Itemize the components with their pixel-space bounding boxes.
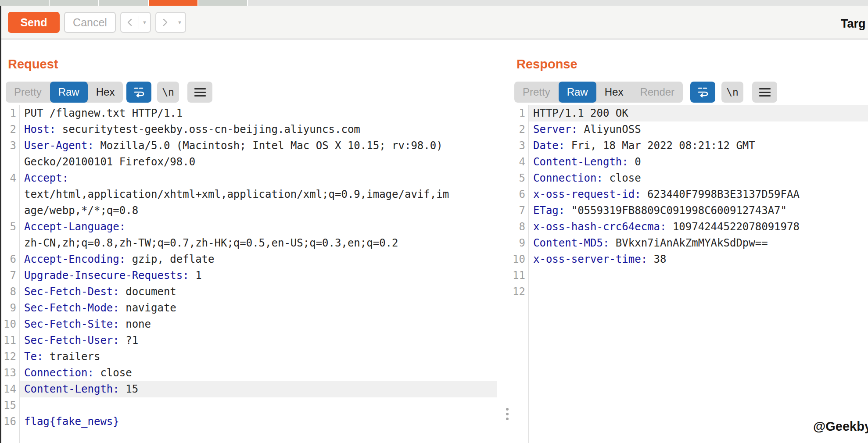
forward-chevron-icon[interactable] (156, 18, 174, 27)
code-line[interactable]: age/webp,*/*;q=0.8 (1, 203, 497, 219)
repeater-session-tab-4[interactable] (149, 0, 198, 6)
line-content[interactable]: Content-Length: 0 (528, 154, 868, 170)
line-content[interactable]: ETag: "0559319FB8809C091998C600912743A7" (528, 203, 868, 219)
tab-hex[interactable]: Hex (596, 82, 632, 103)
tab-pretty[interactable]: Pretty (514, 82, 559, 103)
tab-render[interactable]: Render (631, 82, 683, 103)
line-content[interactable]: User-Agent: Mozilla/5.0 (Macintosh; Inte… (19, 138, 497, 154)
request-editor[interactable]: 1PUT /flagnew.txt HTTP/1.12Host: securit… (1, 105, 497, 443)
code-line[interactable]: 6Accept-Encoding: gzip, deflate (1, 251, 497, 268)
back-dropdown-caret-icon[interactable]: ▼ (139, 20, 150, 25)
line-content[interactable]: age/webp,*/*;q=0.8 (19, 203, 497, 219)
code-line[interactable]: Gecko/20100101 Firefox/98.0 (1, 154, 497, 170)
repeater-session-tab-2[interactable] (50, 0, 99, 6)
line-content[interactable]: Connection: close (528, 170, 868, 186)
repeater-session-tab-1[interactable] (0, 0, 50, 6)
code-line[interactable]: 3Date: Fri, 18 Mar 2022 08:21:12 GMT (512, 138, 868, 154)
code-line[interactable]: 10x-oss-server-time: 38 (512, 251, 868, 268)
code-line[interactable]: 6x-oss-request-id: 623440F7998B3E3137D59… (512, 186, 868, 203)
repeater-session-tab-5[interactable] (198, 0, 248, 6)
line-content[interactable]: x-oss-server-time: 38 (528, 251, 868, 268)
line-content[interactable]: Date: Fri, 18 Mar 2022 08:21:12 GMT (528, 138, 868, 154)
tab-raw[interactable]: Raw (559, 82, 596, 103)
history-back-button[interactable]: ▼ (120, 12, 151, 33)
code-line[interactable]: 13Connection: close (1, 365, 497, 381)
line-content[interactable]: Connection: close (19, 365, 497, 381)
line-content[interactable]: Gecko/20100101 Firefox/98.0 (19, 154, 497, 170)
code-line[interactable]: 10Sec-Fetch-Site: none (1, 316, 497, 332)
line-content[interactable]: PUT /flagnew.txt HTTP/1.1 (19, 105, 497, 121)
line-content[interactable]: Host: securitytest-geekby.oss-cn-beijing… (19, 121, 497, 138)
line-number: 16 (1, 414, 19, 430)
code-line[interactable]: 2Host: securitytest-geekby.oss-cn-beijin… (1, 121, 497, 138)
line-content[interactable]: Content-MD5: BVkxn7iAnAkZmMYAkSdDpw== (528, 235, 868, 251)
line-content[interactable] (19, 397, 497, 414)
line-content[interactable]: HTTP/1.1 200 OK (528, 105, 868, 121)
code-line[interactable]: 1PUT /flagnew.txt HTTP/1.1 (1, 105, 497, 121)
history-forward-button[interactable]: ▼ (155, 12, 186, 33)
code-line[interactable]: 16flag{fake_news} (1, 414, 497, 430)
line-content[interactable]: Upgrade-Insecure-Requests: 1 (19, 268, 497, 284)
code-line[interactable]: 12 (512, 284, 868, 300)
code-line[interactable]: 7ETag: "0559319FB8809C091998C600912743A7… (512, 203, 868, 219)
response-editor-menu-button[interactable] (752, 82, 777, 103)
code-line[interactable]: 9Content-MD5: BVkxn7iAnAkZmMYAkSdDpw== (512, 235, 868, 251)
line-number (1, 235, 19, 251)
tab-pretty[interactable]: Pretty (6, 82, 50, 103)
line-content[interactable] (528, 284, 868, 300)
line-content[interactable]: Sec-Fetch-Site: none (19, 316, 497, 332)
response-show-newlines-button[interactable]: \n (721, 82, 743, 103)
line-number: 6 (1, 251, 19, 268)
line-content[interactable]: Sec-Fetch-Dest: document (19, 284, 497, 300)
response-wrap-lines-button[interactable] (690, 82, 715, 103)
line-content[interactable]: Server: AliyunOSS (528, 121, 868, 138)
tab-raw[interactable]: Raw (50, 82, 88, 103)
tab-hex[interactable]: Hex (88, 82, 123, 103)
code-line[interactable]: 15 (1, 397, 497, 414)
code-line[interactable]: 12Te: trailers (1, 349, 497, 365)
forward-dropdown-caret-icon[interactable]: ▼ (174, 20, 185, 25)
code-line[interactable]: zh-CN,zh;q=0.8,zh-TW;q=0.7,zh-HK;q=0.5,e… (1, 235, 497, 251)
line-content[interactable]: Accept-Encoding: gzip, deflate (19, 251, 497, 268)
code-line[interactable]: 7Upgrade-Insecure-Requests: 1 (1, 268, 497, 284)
line-content[interactable]: Accept-Language: (19, 219, 497, 235)
code-line[interactable]: 4Accept: (1, 170, 497, 186)
repeater-session-tab-3[interactable] (99, 0, 149, 6)
code-line[interactable]: 8Sec-Fetch-Dest: document (1, 284, 497, 300)
line-content[interactable]: Content-Length: 15 (19, 381, 497, 397)
request-show-newlines-button[interactable]: \n (157, 82, 179, 103)
line-content[interactable]: Sec-Fetch-User: ?1 (19, 332, 497, 349)
cancel-button[interactable]: Cancel (64, 12, 116, 33)
code-line[interactable]: 4Content-Length: 0 (512, 154, 868, 170)
text-token: 15 (119, 383, 138, 395)
code-line[interactable]: 14Content-Length: 15 (1, 381, 497, 397)
code-line[interactable]: 8x-oss-hash-crc64ecma: 10974244522078091… (512, 219, 868, 235)
line-content[interactable]: flag{fake_news} (19, 414, 497, 430)
request-editor-menu-button[interactable] (187, 82, 212, 103)
line-content[interactable]: x-oss-request-id: 623440F7998B3E3137D59F… (528, 186, 868, 203)
line-content[interactable]: x-oss-hash-crc64ecma: 109742445220780919… (528, 219, 868, 235)
line-content[interactable]: Te: trailers (19, 349, 497, 365)
line-content[interactable]: Sec-Fetch-Mode: navigate (19, 300, 497, 316)
code-line[interactable]: 1HTTP/1.1 200 OK (512, 105, 868, 121)
code-line[interactable]: 5Connection: close (512, 170, 868, 186)
response-editor[interactable]: 1HTTP/1.1 200 OK2Server: AliyunOSS3Date:… (512, 105, 868, 443)
panel-splitter-handle[interactable] (506, 408, 509, 420)
request-wrap-lines-button[interactable] (126, 82, 151, 103)
back-chevron-icon[interactable] (121, 18, 139, 27)
line-number: 10 (1, 316, 19, 332)
code-line[interactable]: 2Server: AliyunOSS (512, 121, 868, 138)
line-content[interactable] (528, 268, 868, 284)
line-content[interactable]: Accept: (19, 170, 497, 186)
line-content[interactable]: zh-CN,zh;q=0.8,zh-TW;q=0.7,zh-HK;q=0.5,e… (19, 235, 497, 251)
code-line[interactable]: 3User-Agent: Mozilla/5.0 (Macintosh; Int… (1, 138, 497, 154)
code-line[interactable]: 11 (512, 268, 868, 284)
code-line[interactable]: 9Sec-Fetch-Mode: navigate (1, 300, 497, 316)
request-panel-title: Request (8, 57, 58, 71)
line-content[interactable]: text/html,application/xhtml+xml,applicat… (19, 186, 497, 203)
code-line[interactable]: 5Accept-Language: (1, 219, 497, 235)
code-line[interactable]: 11Sec-Fetch-User: ?1 (1, 332, 497, 349)
send-button[interactable]: Send (8, 12, 60, 33)
header-name-token: x-oss-server-time: (533, 253, 647, 265)
code-line[interactable]: text/html,application/xhtml+xml,applicat… (1, 186, 497, 203)
